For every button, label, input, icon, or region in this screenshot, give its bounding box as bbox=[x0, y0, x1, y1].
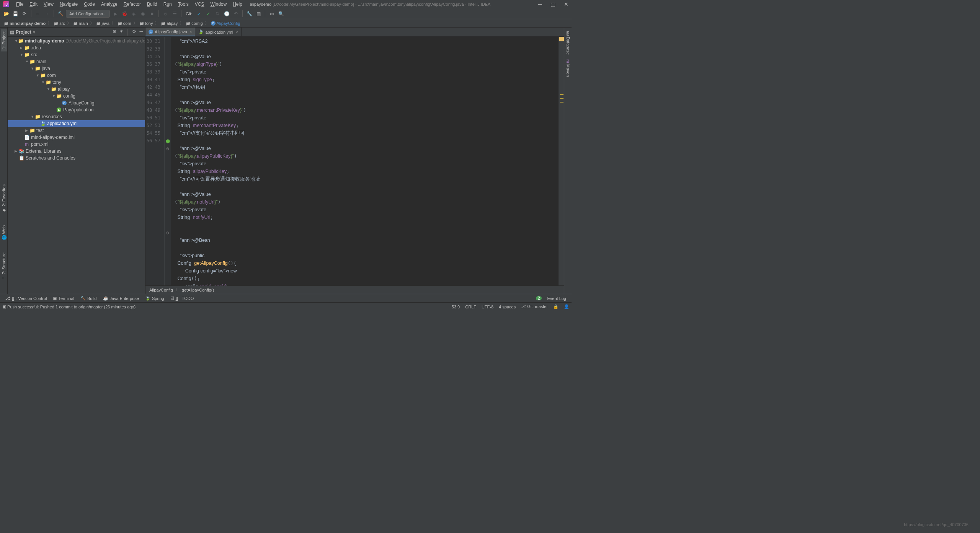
tab-favorites[interactable]: ★ 2: Favorites bbox=[0, 182, 7, 215]
settings-wrench-icon[interactable]: 🔧 bbox=[245, 10, 253, 18]
crumb-tony[interactable]: tony bbox=[138, 21, 155, 26]
close-icon[interactable]: ✕ bbox=[564, 1, 568, 7]
line-number-gutter[interactable]: 30 31 32 33 34 35 36 37 38 39 40 41 42 4… bbox=[145, 37, 165, 285]
crumb-main[interactable]: main bbox=[72, 21, 90, 26]
status-encoding[interactable]: UTF-8 bbox=[482, 305, 493, 309]
menu-edit[interactable]: Edit bbox=[26, 1, 41, 8]
tab-database[interactable]: 🗄 Database bbox=[565, 29, 571, 57]
menu-refactor[interactable]: Refactor bbox=[121, 1, 144, 8]
tree-tony[interactable]: ▼📁tony bbox=[8, 79, 145, 86]
crumb-method-name[interactable]: getAlipayConfig() bbox=[182, 288, 214, 292]
status-lock-icon[interactable]: 🔒 bbox=[553, 304, 559, 309]
project-tree[interactable]: ▼📁mind-alipay-demo D:\code\MyGiteeProjec… bbox=[8, 37, 145, 294]
crumb-root[interactable]: mind-alipay-demo bbox=[2, 21, 47, 26]
settings-gear-icon[interactable]: ⚙ bbox=[132, 29, 136, 36]
tree-alipay[interactable]: ▼📁alipay bbox=[8, 86, 145, 93]
tree-idea[interactable]: ▶📁.idea bbox=[8, 44, 145, 51]
project-structure-icon[interactable]: ▤ bbox=[255, 10, 262, 18]
status-branch[interactable]: ⎇ Git: master bbox=[521, 304, 548, 309]
tab-close-icon[interactable]: × bbox=[235, 30, 238, 34]
tree-test[interactable]: ▶📁test bbox=[8, 127, 145, 134]
locate-icon[interactable]: ⊕ bbox=[113, 29, 116, 36]
run-anything-icon[interactable]: ▭ bbox=[268, 10, 276, 18]
tree-iml[interactable]: 📄mind-alipay-demo.iml bbox=[8, 134, 145, 141]
vcs-history-icon[interactable]: 🕐 bbox=[223, 10, 230, 18]
menu-code[interactable]: Code bbox=[81, 1, 98, 8]
crumb-src[interactable]: src bbox=[52, 21, 67, 26]
coverage-icon[interactable]: ◈ bbox=[130, 10, 137, 18]
crumb-config[interactable]: config bbox=[184, 21, 204, 26]
tab-structure[interactable]: ⋮ 7: Structure bbox=[0, 250, 7, 282]
crumb-java[interactable]: java bbox=[95, 21, 111, 26]
menu-window[interactable]: Window bbox=[207, 1, 230, 8]
crumb-alipay[interactable]: alipay bbox=[159, 21, 179, 26]
vcs-commit-icon[interactable]: ✓ bbox=[204, 10, 212, 18]
status-line-ending[interactable]: CRLF bbox=[465, 305, 476, 309]
tab-todo[interactable]: ☑ 6: TODO bbox=[167, 295, 197, 302]
menu-navigate[interactable]: Navigate bbox=[57, 1, 81, 8]
stop-icon[interactable]: ■ bbox=[148, 10, 156, 18]
profile-icon[interactable]: ◉ bbox=[139, 10, 147, 18]
tree-scratches[interactable]: 📋Scratches and Consoles bbox=[8, 155, 145, 161]
tree-resources[interactable]: ▼📁resources bbox=[8, 113, 145, 120]
vcs-revert-icon[interactable]: ↶ bbox=[232, 10, 240, 18]
debug-icon[interactable]: 🐞 bbox=[121, 10, 128, 18]
maximize-icon[interactable]: ▢ bbox=[550, 1, 555, 7]
tree-com[interactable]: ▼📁com bbox=[8, 72, 145, 79]
menu-tools[interactable]: Tools bbox=[175, 1, 192, 8]
tab-maven[interactable]: m Maven bbox=[565, 57, 571, 79]
tree-java[interactable]: ▼📁java bbox=[8, 65, 145, 72]
back-icon[interactable]: ← bbox=[34, 10, 42, 18]
tree-src[interactable]: ▼📁src bbox=[8, 51, 145, 58]
status-position[interactable]: 53:9 bbox=[452, 305, 460, 309]
forward-icon[interactable]: → bbox=[43, 10, 51, 18]
hide-icon[interactable]: ─ bbox=[139, 29, 143, 36]
menu-analyze[interactable]: Analyze bbox=[98, 1, 121, 8]
attach-icon[interactable]: ⎋ bbox=[162, 10, 169, 18]
inspection-indicator-icon[interactable] bbox=[559, 37, 564, 41]
menu-run[interactable]: Run bbox=[160, 1, 175, 8]
save-icon[interactable]: 💾 bbox=[11, 10, 19, 18]
code-editor[interactable]: "cm">//RSA2 "ann">@Value("${alipay.signT… bbox=[171, 37, 559, 285]
tree-applicationyml[interactable]: 🍃application.yml bbox=[8, 120, 145, 127]
crumb-class-name[interactable]: AlipayConfig bbox=[149, 288, 173, 292]
tab-build[interactable]: 🔨 Build bbox=[77, 295, 100, 302]
tab-java-enterprise[interactable]: ☕ Java Enterprise bbox=[100, 295, 142, 302]
tab-close-icon[interactable]: × bbox=[189, 29, 192, 34]
vcs-compare-icon[interactable]: ⇅ bbox=[214, 10, 221, 18]
tree-main[interactable]: ▼📁main bbox=[8, 58, 145, 65]
expand-icon[interactable]: ✶ bbox=[119, 29, 123, 36]
status-indent[interactable]: 4 spaces bbox=[499, 305, 516, 309]
editor-tab-alipayconfig[interactable]: CAlipayConfig.java× bbox=[145, 28, 195, 36]
crumb-com[interactable]: com bbox=[116, 21, 133, 26]
menu-view[interactable]: View bbox=[41, 1, 57, 8]
tree-root[interactable]: ▼📁mind-alipay-demo D:\code\MyGiteeProjec… bbox=[8, 37, 145, 44]
tab-web[interactable]: 🌐 Web bbox=[0, 223, 7, 243]
status-toggle-icon[interactable]: ▣ bbox=[2, 304, 6, 309]
crumb-class[interactable]: CAlipayConfig bbox=[209, 21, 242, 26]
vcs-update-icon[interactable]: ↙ bbox=[195, 10, 203, 18]
profiler-icon[interactable]: ☰ bbox=[171, 10, 178, 18]
menu-file[interactable]: File bbox=[13, 1, 26, 8]
menu-vcs[interactable]: VCS bbox=[192, 1, 207, 8]
editor-tab-applicationyml[interactable]: 🍃application.yml× bbox=[195, 28, 241, 36]
build-icon[interactable]: 🔨 bbox=[57, 10, 64, 18]
tree-payapplication[interactable]: ▶PayApplication bbox=[8, 106, 145, 113]
tab-event-log[interactable]: Event Log bbox=[544, 295, 569, 302]
open-icon[interactable]: 📂 bbox=[2, 10, 10, 18]
run-icon[interactable]: ▶ bbox=[111, 10, 119, 18]
minimize-icon[interactable]: ─ bbox=[538, 1, 542, 7]
tab-terminal[interactable]: ▣ Terminal bbox=[50, 295, 77, 302]
tab-version-control[interactable]: ⎇ 9: Version Control bbox=[2, 295, 50, 302]
menu-build[interactable]: Build bbox=[144, 1, 160, 8]
tree-config[interactable]: ▼📁config bbox=[8, 93, 145, 99]
search-everywhere-icon[interactable]: 🔍 bbox=[277, 10, 285, 18]
refresh-icon[interactable]: ⟳ bbox=[21, 10, 28, 18]
tab-spring[interactable]: 🍃 Spring bbox=[142, 295, 167, 302]
tab-project[interactable]: 1: Project bbox=[1, 29, 7, 51]
tree-pom[interactable]: mpom.xml bbox=[8, 141, 145, 148]
tree-alipayconfig[interactable]: CAlipayConfig bbox=[8, 99, 145, 106]
run-config-selector[interactable]: Add Configuration... bbox=[66, 10, 110, 18]
tree-extlibs[interactable]: ▶📚External Libraries bbox=[8, 148, 145, 155]
status-memory-icon[interactable]: 👤 bbox=[564, 304, 569, 309]
